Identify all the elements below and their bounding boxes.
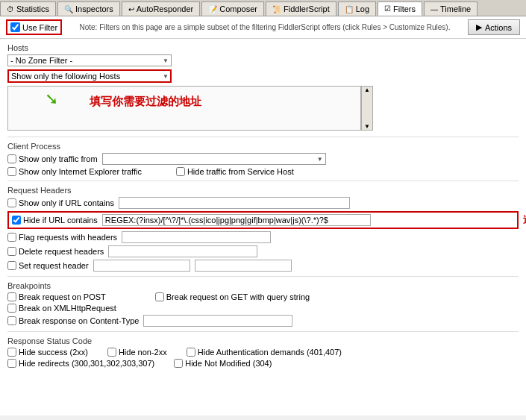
scroll-down-arrow[interactable]: ▼ (364, 123, 370, 130)
show-url-label[interactable]: Show only if URL contains (7, 198, 114, 207)
set-header-value-input[interactable] (195, 260, 292, 272)
show-ie-text: Show only Internet Explorer traffic (19, 167, 142, 176)
hide-service-text: Hide traffic from Service Host (187, 167, 294, 176)
break-xml-checkbox[interactable] (7, 304, 16, 313)
filters-content: Hosts - No Zone Filter - Zone Filter 1 Z… (0, 39, 526, 416)
hide-url-input[interactable] (102, 214, 371, 226)
zone-filter-row: - No Zone Filter - Zone Filter 1 Zone Fi… (7, 54, 519, 66)
use-filter-checkbox[interactable] (10, 22, 20, 32)
tab-timeline-label: Timeline (440, 4, 471, 13)
response-status-section: Response Status Code Hide success (2xx) … (7, 336, 519, 368)
show-url-row: Show only if URL contains (7, 197, 519, 209)
composer-icon: 📝 (208, 5, 217, 13)
hide-service-label[interactable]: Hide traffic from Service Host (176, 167, 294, 176)
response-row-1: Hide success (2xx) Hide non-2xx Hide Aut… (7, 348, 519, 357)
break-row-3: Break response on Content-Type (7, 315, 519, 327)
tab-autoresponder[interactable]: ↩ AutoResponder (122, 1, 200, 16)
flag-requests-checkbox[interactable] (7, 233, 16, 242)
flag-requests-row: Flag requests with headers (7, 231, 519, 243)
break-response-label[interactable]: Break response on Content-Type (7, 316, 139, 325)
statistics-icon: ⏱ (7, 5, 14, 13)
hide-success-text: Hide success (2xx) (19, 348, 88, 357)
break-post-label[interactable]: Break request on POST (7, 292, 106, 301)
hide-auth-label[interactable]: Hide Authentication demands (401,407) (187, 348, 342, 357)
inspectors-icon: 🔍 (64, 5, 73, 13)
tab-log[interactable]: 📋 Log (338, 1, 376, 16)
show-url-text: Show only if URL contains (19, 198, 114, 207)
hide-redirects-text: Hide redirects (300,301,302,303,307) (19, 359, 154, 368)
set-header-text: Set request header (19, 261, 89, 270)
hosts-textbox-area: ▲ ▼ ➘ 填写你需要过滤的地址 (7, 86, 373, 132)
ie-traffic-row: Show only Internet Explorer traffic Hide… (7, 167, 519, 176)
hide-not-modified-checkbox[interactable] (174, 359, 183, 368)
tab-autoresponder-label: AutoResponder (137, 4, 193, 13)
hosts-textarea[interactable] (7, 86, 361, 131)
hide-url-checkbox[interactable] (12, 216, 21, 225)
delete-headers-label[interactable]: Delete request headers (7, 247, 104, 256)
hide-auth-checkbox[interactable] (187, 348, 195, 357)
hide-redirects-label[interactable]: Hide redirects (300,301,302,303,307) (7, 359, 154, 368)
divider-2 (7, 181, 519, 181)
tab-bar: ⏱ Statistics 🔍 Inspectors ↩ AutoResponde… (0, 0, 526, 16)
traffic-from-select[interactable] (102, 153, 326, 165)
delete-headers-row: Delete request headers (7, 245, 519, 257)
break-response-text: Break response on Content-Type (19, 316, 139, 325)
response-row-2: Hide redirects (300,301,302,303,307) Hid… (7, 359, 519, 368)
hide-non2xx-label[interactable]: Hide non-2xx (107, 348, 167, 357)
delete-headers-input[interactable] (108, 245, 257, 257)
hosts-scrollbar[interactable]: ▲ ▼ (361, 86, 373, 131)
break-response-checkbox[interactable] (7, 316, 16, 325)
hide-non2xx-checkbox[interactable] (107, 348, 116, 357)
divider-4 (7, 331, 519, 332)
client-process-title: Client Process (7, 142, 519, 151)
break-get-label[interactable]: Break request on GET with query string (155, 292, 310, 301)
delete-headers-checkbox[interactable] (7, 247, 16, 256)
toolbar: Use Filter Note: Filters on this page ar… (0, 16, 526, 39)
set-header-checkbox[interactable] (7, 261, 16, 270)
hide-success-checkbox[interactable] (7, 348, 16, 357)
break-xml-text: Break on XMLHttpRequest (19, 304, 116, 313)
break-get-checkbox[interactable] (155, 292, 164, 301)
show-ie-label[interactable]: Show only Internet Explorer traffic (7, 167, 142, 176)
show-traffic-row: Show only traffic from (7, 153, 519, 165)
show-traffic-label[interactable]: Show only traffic from (7, 154, 98, 163)
show-hosts-select[interactable]: Show only the following Hosts Hide the f… (7, 69, 172, 83)
break-xml-label[interactable]: Break on XMLHttpRequest (7, 304, 116, 313)
breakpoints-section: Breakpoints Break request on POST Break … (7, 281, 519, 327)
tab-timeline[interactable]: — Timeline (424, 1, 478, 16)
set-header-label[interactable]: Set request header (7, 261, 89, 270)
hide-url-container: Hide if URL contains 过滤内容 (7, 211, 519, 229)
scroll-up-arrow[interactable]: ▲ (364, 87, 370, 93)
show-traffic-checkbox[interactable] (7, 154, 16, 163)
hide-success-label[interactable]: Hide success (2xx) (7, 348, 88, 357)
hide-auth-text: Hide Authentication demands (401,407) (198, 348, 342, 357)
break-response-input[interactable] (143, 315, 292, 327)
hide-url-label[interactable]: Hide if URL contains (12, 216, 98, 225)
tab-inspectors-label: Inspectors (75, 4, 113, 13)
hide-redirects-checkbox[interactable] (7, 359, 16, 368)
zone-filter-select[interactable]: - No Zone Filter - Zone Filter 1 Zone Fi… (7, 54, 172, 66)
show-url-checkbox[interactable] (7, 198, 16, 207)
show-ie-checkbox[interactable] (7, 167, 16, 176)
tab-composer[interactable]: 📝 Composer (201, 1, 264, 16)
tab-statistics[interactable]: ⏱ Statistics (0, 1, 56, 16)
break-row-1: Break request on POST Break request on G… (7, 292, 519, 301)
hosts-section-title: Hosts (7, 43, 519, 52)
tab-inspectors[interactable]: 🔍 Inspectors (57, 1, 120, 16)
hide-service-checkbox[interactable] (176, 167, 185, 176)
toolbar-note: Note: Filters on this page are a simple … (68, 23, 462, 31)
tab-fiddlerscript[interactable]: 📜 FiddlerScript (266, 1, 336, 16)
log-icon: 📋 (345, 5, 354, 13)
tab-filters[interactable]: ☑ Filters (378, 1, 422, 16)
hide-url-row: Hide if URL contains (7, 211, 519, 229)
break-post-checkbox[interactable] (7, 292, 16, 301)
flag-requests-input[interactable] (122, 231, 271, 243)
show-url-input[interactable] (119, 197, 350, 209)
actions-button[interactable]: ▶ Actions (468, 19, 520, 35)
show-hosts-wrapper: Show only the following Hosts Hide the f… (7, 69, 172, 83)
set-header-name-input[interactable] (93, 260, 190, 272)
tab-fiddlerscript-label: FiddlerScript (284, 4, 330, 13)
use-filter-label[interactable]: Use Filter (22, 23, 57, 32)
hide-not-modified-label[interactable]: Hide Not Modified (304) (174, 359, 272, 368)
flag-requests-label[interactable]: Flag requests with headers (7, 233, 117, 242)
